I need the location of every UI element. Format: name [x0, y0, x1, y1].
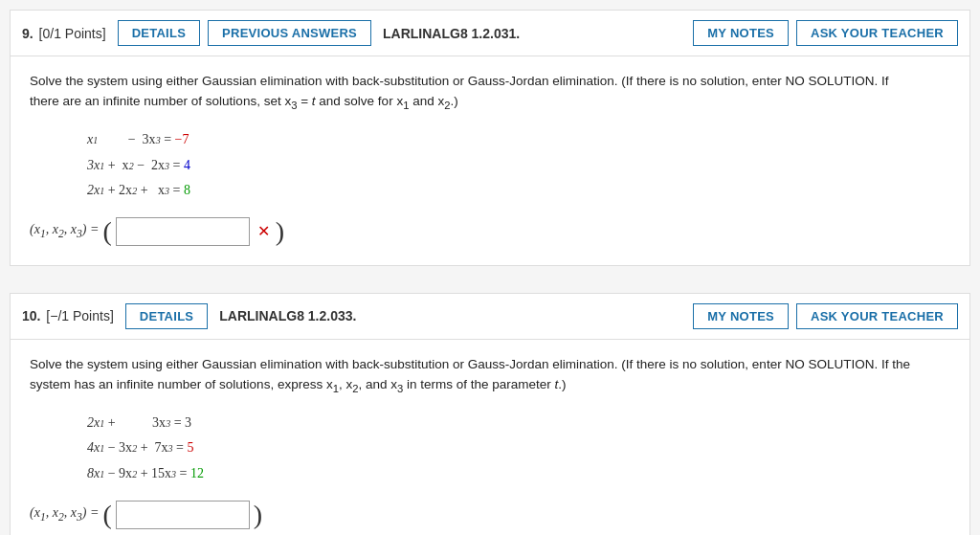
q9-eq1: x1 − 3x3 = −7	[87, 127, 950, 153]
q10-body: Solve the system using either Gaussian e…	[11, 340, 969, 535]
q9-answer-row: (x1, x2, x3) = ( ✕ )	[30, 217, 950, 246]
q9-body: Solve the system using either Gaussian e…	[11, 56, 969, 265]
q9-header-right: MY NOTES ASK YOUR TEACHER	[693, 20, 958, 46]
q10-answer-input[interactable]	[116, 501, 250, 529]
q10-eq1: 2x1 + 3x3 = 3	[87, 411, 950, 436]
question-10-block: 10. [−/1 Points] DETAILS LARLINALG8 1.2.…	[10, 293, 970, 535]
q10-equations: 2x1 + 3x3 = 3 4x1 − 3x2 + 7x3 = 5 8x1 − …	[87, 411, 950, 487]
q10-ask-teacher-button[interactable]: ASK YOUR TEACHER	[796, 303, 958, 329]
q9-previous-answers-button[interactable]: PREVIOUS ANSWERS	[208, 20, 371, 46]
question-9-header: 9. [0/1 Points] DETAILS PREVIOUS ANSWERS…	[11, 11, 969, 56]
q10-my-notes-button[interactable]: MY NOTES	[693, 303, 789, 329]
q10-eq2: 4x1 − 3x2 + 7x3 = 5	[87, 435, 950, 461]
q10-number: 10. [−/1 Points]	[22, 308, 114, 323]
q10-details-button[interactable]: DETAILS	[125, 303, 208, 329]
q9-code: LARLINALG8 1.2.031.	[383, 26, 685, 41]
q9-x-mark: ✕	[257, 222, 270, 240]
q10-code: LARLINALG8 1.2.033.	[219, 308, 685, 323]
question-10-header: 10. [−/1 Points] DETAILS LARLINALG8 1.2.…	[11, 294, 969, 340]
q10-eq3: 8x1 − 9x2 + 15x3 = 12	[87, 461, 950, 487]
q10-problem-text: Solve the system using either Gaussian e…	[30, 355, 950, 397]
q9-eq2: 3x1 + x2 − 2x3 = 4	[87, 153, 950, 179]
q9-my-notes-button[interactable]: MY NOTES	[693, 20, 789, 46]
q9-details-button[interactable]: DETAILS	[118, 20, 200, 46]
q9-answer-input[interactable]	[116, 217, 250, 246]
q10-answer-row: (x1, x2, x3) = ( )	[30, 501, 950, 529]
q9-number: 9. [0/1 Points]	[22, 26, 106, 41]
page: 9. [0/1 Points] DETAILS PREVIOUS ANSWERS…	[0, 0, 980, 535]
q9-ask-teacher-button[interactable]: ASK YOUR TEACHER	[796, 20, 958, 46]
q9-eq3: 2x1 + 2x2 + x3 = 8	[87, 178, 950, 204]
q10-header-right: MY NOTES ASK YOUR TEACHER	[693, 303, 958, 329]
q9-equations: x1 − 3x3 = −7 3x1 + x2 − 2x3 = 4 2x1 + 2…	[87, 127, 950, 204]
q9-problem-text: Solve the system using either Gaussian e…	[30, 72, 950, 114]
question-9-block: 9. [0/1 Points] DETAILS PREVIOUS ANSWERS…	[10, 10, 970, 266]
